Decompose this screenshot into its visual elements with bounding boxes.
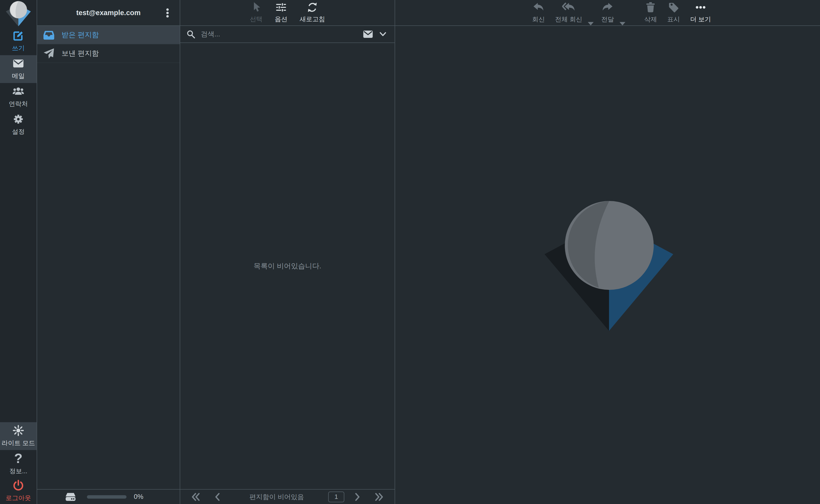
previous-page-button[interactable] <box>210 493 225 501</box>
account-menu-button[interactable] <box>161 0 174 26</box>
reply-all-button[interactable]: 전체 회신 <box>550 2 587 24</box>
toolbar-label: 더 보기 <box>690 15 711 24</box>
more-actions-button[interactable]: 더 보기 <box>685 2 716 24</box>
mail-icon <box>13 58 24 69</box>
sidebar-item-label: 메일 <box>12 72 25 80</box>
select-button[interactable]: 선택 <box>246 2 266 23</box>
sidebar-item-about[interactable]: ? 정보... <box>0 450 37 478</box>
forward-button[interactable]: 전달 <box>596 2 619 24</box>
delete-button[interactable]: 삭제 <box>639 2 662 24</box>
inbox-icon <box>43 30 54 40</box>
quota-percent: 0% <box>134 493 143 501</box>
folder-item-inbox[interactable]: 받은 편지함 <box>37 26 180 44</box>
sidebar-item-label: 라이트 모드 <box>1 439 35 447</box>
search-bar <box>180 26 395 43</box>
trash-icon <box>645 2 656 13</box>
last-page-button[interactable] <box>372 493 386 501</box>
reply-button[interactable]: 회신 <box>527 2 550 24</box>
refresh-icon <box>307 2 318 13</box>
pagination-bar: 편지함이 비어있음 <box>180 489 395 504</box>
app-root: 쓰기 메일 연락처 <box>0 0 820 504</box>
sent-icon <box>43 48 54 59</box>
storage-quota: 0% <box>37 489 180 504</box>
refresh-button[interactable]: 새로고침 <box>296 2 329 23</box>
chevron-down-icon <box>379 30 387 38</box>
sliders-icon <box>276 2 286 13</box>
sidebar-item-contacts[interactable]: 연락처 <box>0 83 37 111</box>
compose-icon <box>13 30 24 41</box>
message-list-body: 목록이 비어있습니다. <box>180 43 395 489</box>
kebab-menu-icon <box>162 8 173 18</box>
mail-view-pane: 회신 전체 회신 전달 <box>395 0 820 504</box>
toolbar-label: 선택 <box>250 15 263 23</box>
folder-label: 보낸 편지함 <box>62 49 99 58</box>
envelope-icon <box>363 29 373 39</box>
roundcube-logo-icon <box>5 0 32 27</box>
contacts-icon <box>13 86 24 97</box>
sidebar-item-mail[interactable]: 메일 <box>0 55 37 83</box>
reply-all-menu-caret[interactable] <box>588 22 594 25</box>
toolbar-label: 새로고침 <box>300 15 325 23</box>
folder-label: 받은 편지함 <box>62 30 99 40</box>
folder-pane: test@example.com 받은 편지함 보낸 편지함 <box>37 0 180 504</box>
toolbar-label: 삭제 <box>644 15 657 24</box>
ellipsis-icon <box>695 2 706 13</box>
message-list-pane: 선택 옵션 <box>180 0 395 504</box>
task-sidebar: 쓰기 메일 연락처 <box>0 0 37 504</box>
account-header: test@example.com <box>37 0 180 26</box>
settings-icon <box>13 114 24 125</box>
forward-menu-caret[interactable] <box>620 22 625 25</box>
chevron-right-icon <box>353 493 361 501</box>
sidebar-item-label: 쓰기 <box>12 44 25 53</box>
mail-toolbar: 회신 전체 회신 전달 <box>395 0 820 26</box>
reply-all-icon <box>562 2 575 13</box>
double-chevron-right-icon <box>375 493 383 501</box>
sidebar-item-compose[interactable]: 쓰기 <box>0 27 37 55</box>
toolbar-label: 전달 <box>601 15 614 24</box>
options-button[interactable]: 옵션 <box>271 2 291 23</box>
first-page-button[interactable] <box>189 493 203 501</box>
sidebar-item-light-mode[interactable]: 라이트 모드 <box>0 422 37 450</box>
folder-list: 받은 편지함 보낸 편지함 <box>37 26 180 63</box>
reply-icon <box>533 2 544 13</box>
toolbar-label: 전체 회신 <box>555 15 582 24</box>
empty-list-message: 목록이 비어있습니다. <box>253 261 321 271</box>
sun-icon <box>13 425 24 436</box>
sidebar-item-label: 연락처 <box>9 100 28 108</box>
quota-progress-bar <box>87 495 126 499</box>
sidebar-item-settings[interactable]: 설정 <box>0 111 37 139</box>
toolbar-label: 옵션 <box>275 15 287 23</box>
search-scope-button[interactable] <box>363 29 373 39</box>
tag-icon <box>668 2 679 13</box>
question-mark-icon: ? <box>14 452 22 464</box>
power-icon <box>13 480 24 491</box>
next-page-button[interactable] <box>350 493 364 501</box>
account-email: test@example.com <box>37 9 180 17</box>
sidebar-item-label: 정보... <box>9 467 27 475</box>
mark-button[interactable]: 표시 <box>662 2 685 24</box>
mailbox-status-text: 편지함이 비어있음 <box>225 493 328 501</box>
search-icon <box>187 30 195 39</box>
double-chevron-left-icon <box>191 493 200 501</box>
list-toolbar: 선택 옵션 <box>180 0 395 26</box>
cursor-select-icon <box>251 2 262 13</box>
forward-icon <box>602 2 613 13</box>
toolbar-label: 표시 <box>667 15 680 24</box>
roundcube-watermark-logo <box>544 200 673 332</box>
search-input[interactable] <box>201 30 363 38</box>
toolbar-label: 회신 <box>532 15 545 24</box>
folder-item-sent[interactable]: 보낸 편지함 <box>37 44 180 63</box>
search-options-button[interactable] <box>373 30 388 38</box>
sidebar-item-label: 로그아웃 <box>6 494 31 502</box>
chevron-left-icon <box>213 493 222 501</box>
sidebar-item-logout[interactable]: 로그아웃 <box>0 478 37 504</box>
page-number-input[interactable] <box>328 492 344 502</box>
app-logo <box>0 0 37 27</box>
sidebar-item-label: 설정 <box>12 127 25 136</box>
storage-drive-icon <box>65 491 76 503</box>
